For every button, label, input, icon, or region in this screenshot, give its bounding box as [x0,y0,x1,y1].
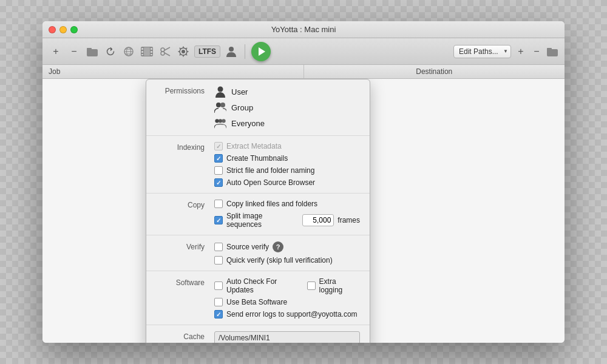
auto-open-checkbox[interactable] [214,178,223,187]
extra-logging-checkbox[interactable] [307,281,316,290]
quick-verify-label: Quick verify (skip full verification) [226,256,333,265]
maximize-button[interactable] [70,26,78,33]
refresh-button[interactable] [103,44,118,59]
strict-naming-item: Strict file and folder naming [214,166,360,175]
extract-metadata-label: Extract Metadata [226,142,282,150]
help-button[interactable]: ? [273,241,283,252]
svg-point-21 [229,47,234,52]
indexing-section: Indexing Extract Metadata Create Thumbna… [146,136,370,194]
svg-rect-9 [141,51,143,53]
verify-content: Source verify ? Quick verify (skip full … [214,241,360,265]
use-beta-label: Use Beta Software [226,298,287,306]
source-verify-label: Source verify [226,243,269,251]
edit-paths-wrapper: Edit Paths... [453,45,511,58]
svg-point-26 [220,103,225,107]
copy-section: Copy Copy linked files and folders Split… [146,194,370,235]
everyone-permission-item: Everyone [214,117,360,129]
copy-linked-item: Copy linked files and folders [214,200,360,208]
svg-rect-12 [151,51,152,53]
permissions-content: User Group [214,86,360,129]
add-job-button[interactable]: + [49,44,63,59]
user-permission-label: User [231,87,248,96]
source-verify-row: Source verify ? [214,241,360,252]
ltfs-badge: LTFS [194,46,220,58]
create-thumbnails-item: Create Thumbnails [214,154,360,163]
close-button[interactable] [49,26,56,33]
settings-popup: Permissions User [146,79,370,343]
globe-button[interactable] [121,44,136,59]
minimize-button[interactable] [59,26,67,33]
send-errors-label: Send error logs to support@yoyotta.com [226,310,358,318]
quick-verify-checkbox[interactable] [214,256,223,265]
everyone-permission-label: Everyone [231,119,265,128]
split-sequences-label: Split image sequences [226,212,299,229]
auto-open-label: Auto Open Source Browser [226,178,315,187]
folder-button[interactable] [85,44,100,59]
titlebar: YoYotta : Mac mini [42,21,565,38]
software-section: Software Auto Check For Updates Extra lo… [146,271,370,325]
svg-point-19 [181,50,185,53]
go-button[interactable] [251,42,271,61]
main-window: YoYotta : Mac mini + − [42,21,565,343]
svg-point-16 [161,52,164,55]
verify-section: Verify Source verify ? Quick verify (ski… [146,235,370,271]
svg-point-24 [218,87,223,92]
source-verify-checkbox[interactable] [214,243,223,251]
remove-job-button[interactable]: − [67,44,81,59]
svg-point-25 [216,103,221,107]
extract-metadata-checkbox[interactable] [214,142,223,150]
toolbar-separator [245,44,245,59]
user-button[interactable] [224,44,239,59]
gear-button[interactable] [176,44,191,59]
strict-naming-checkbox[interactable] [214,166,223,175]
use-beta-checkbox[interactable] [214,298,223,306]
split-sequences-checkbox[interactable] [214,216,223,224]
popup-arrow [207,79,217,79]
quick-verify-item: Quick verify (skip full verification) [214,256,360,265]
cache-label: Cache [156,331,205,343]
scissors-button[interactable] [158,44,172,59]
toolbar: + − [42,38,565,65]
copy-label: Copy [156,200,205,229]
destination-column-header: Destination [304,65,565,78]
group-permission-item: Group [214,101,360,113]
svg-point-29 [222,119,225,123]
go-arrow-icon [259,47,265,56]
edit-paths-select[interactable]: Edit Paths... [453,45,511,58]
film-button[interactable] [140,44,154,59]
window-title: YoYotta : Mac mini [271,25,336,34]
user-permission-icon [214,86,226,98]
copy-linked-checkbox[interactable] [214,200,223,208]
indexing-label: Indexing [156,142,205,187]
main-area: Permissions User [42,79,565,343]
svg-rect-14 [144,47,150,56]
use-beta-item: Use Beta Software [214,298,360,306]
svg-point-28 [219,119,222,123]
send-errors-checkbox[interactable] [214,310,223,318]
group-permission-label: Group [231,103,253,112]
remove-path-button[interactable]: − [531,46,543,58]
auto-check-checkbox[interactable] [214,281,223,290]
cache-input[interactable] [214,331,360,343]
extract-metadata-item: Extract Metadata [214,142,360,150]
software-content: Auto Check For Updates Extra logging Use… [214,277,360,318]
auto-check-row: Auto Check For Updates Extra logging [214,277,360,294]
toolbar-right: Edit Paths... + − [453,45,558,58]
cache-content [214,331,360,343]
permissions-label: Permissions [156,86,205,129]
frames-input[interactable] [302,214,334,226]
add-path-button[interactable]: + [515,46,527,58]
svg-rect-11 [151,48,152,50]
create-thumbnails-checkbox[interactable] [214,154,223,163]
window-controls [49,26,78,33]
svg-rect-8 [141,48,143,50]
svg-rect-10 [141,54,143,55]
send-errors-item: Send error logs to support@yoyotta.com [214,310,360,318]
svg-rect-23 [547,48,552,50]
split-sequences-row: Split image sequences frames [214,212,360,229]
frames-label: frames [337,216,360,224]
svg-point-15 [161,48,164,52]
strict-naming-label: Strict file and folder naming [226,166,314,175]
copy-linked-label: Copy linked files and folders [226,200,317,208]
folder-path-button[interactable] [546,46,558,58]
